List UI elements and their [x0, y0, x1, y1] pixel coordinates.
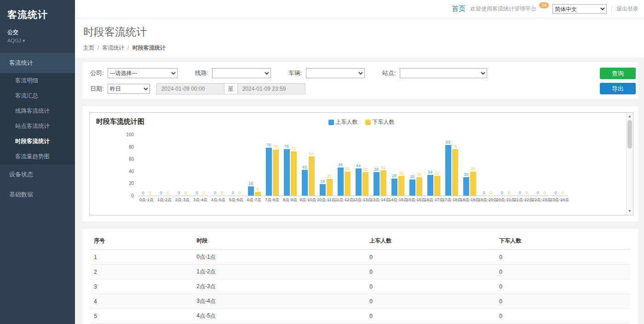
- bar-value-label: 75: [273, 145, 278, 150]
- query-button[interactable]: 查询: [600, 68, 636, 79]
- bar: [434, 176, 440, 196]
- org-code-dropdown[interactable]: AQGJ ▾: [0, 36, 75, 53]
- sidebar-item-设备状态[interactable]: 设备状态: [0, 164, 75, 185]
- language-select[interactable]: 简体中文: [552, 4, 607, 14]
- category-label: 22点-23点: [532, 197, 550, 202]
- date-end-input[interactable]: [237, 83, 305, 94]
- plot-area: 0000000000001567875767242641927463944383…: [138, 135, 568, 202]
- breadcrumb: 主页/客流统计/时段客流统计: [83, 44, 644, 52]
- bar-value-label: 34: [428, 170, 432, 175]
- bar-wrap: 30: [416, 172, 422, 196]
- bar-value-label: 0: [489, 191, 492, 196]
- breadcrumb-separator: /: [98, 45, 99, 51]
- category-label: 7点-8点: [263, 197, 281, 202]
- bar-wrap: 0: [517, 191, 523, 196]
- bar-wrap: 32: [398, 171, 404, 196]
- bar-wrap: 0: [499, 191, 505, 196]
- table-cell: 0: [366, 265, 495, 279]
- bar-wrap: 41: [380, 165, 386, 196]
- bar-wrap: 0: [212, 191, 218, 196]
- bar-wrap: 39: [345, 167, 351, 196]
- org-name: 公交: [0, 29, 75, 36]
- bar-value-label: 0: [483, 191, 485, 196]
- legend-item[interactable]: 上车人数: [328, 118, 358, 126]
- sidebar-item-基础数据[interactable]: 基础数据: [0, 185, 75, 205]
- bar-wrap: 76: [284, 144, 290, 196]
- bar-wrap: 72: [291, 146, 297, 196]
- bar: [302, 170, 308, 196]
- station-select[interactable]: [400, 68, 487, 78]
- line-filter: 线路:: [195, 68, 271, 78]
- bar-wrap: 0: [147, 191, 153, 196]
- sidebar-subitem-站点客流统计[interactable]: 站点客流统计: [0, 119, 75, 134]
- sidebar-item-客流统计[interactable]: 客流统计: [0, 53, 75, 73]
- company-select[interactable]: ---请选择---: [108, 68, 178, 78]
- legend-label: 上车人数: [336, 118, 358, 126]
- table-cell: 1: [90, 250, 193, 265]
- sidebar-subitem-时段客流统计[interactable]: 时段客流统计: [0, 134, 75, 149]
- filter-panel: 公司: ---请选择--- 线路: 车辆: 站点:: [83, 62, 638, 99]
- bar: [309, 156, 315, 196]
- table-cell: 2点-3点: [193, 279, 366, 294]
- bar-wrap: 19: [320, 179, 326, 196]
- filter-row-1: 公司: ---请选择--- 线路: 车辆: 站点:: [90, 68, 631, 78]
- bar-value-label: 39: [471, 167, 475, 172]
- bar-wrap: 0: [535, 191, 541, 196]
- home-link[interactable]: 首页: [452, 5, 466, 13]
- bar-wrap: 42: [302, 165, 308, 196]
- legend-item[interactable]: 下车人数: [365, 118, 395, 126]
- table-cell: 0: [495, 294, 631, 309]
- bar-value-label: 0: [536, 191, 539, 196]
- bar-wrap: 0: [140, 191, 146, 196]
- chart-header: 时段车流统计图 上车人数下车人数: [90, 113, 633, 128]
- breadcrumb-item[interactable]: 客流统计: [102, 45, 124, 51]
- vehicle-label: 车辆:: [288, 69, 302, 77]
- date-preset-select[interactable]: 昨日: [108, 84, 150, 94]
- sidebar-subitem-客流量趋势图[interactable]: 客流量趋势图: [0, 149, 75, 164]
- bar-group: 2630: [407, 172, 425, 196]
- company-filter: 公司: ---请选择---: [90, 68, 178, 78]
- export-button[interactable]: 导出: [600, 83, 636, 94]
- bar-wrap: 75: [273, 145, 279, 196]
- table-header-cell: 下车人数: [495, 232, 631, 250]
- bar: [356, 168, 362, 196]
- vehicle-select[interactable]: [306, 68, 365, 78]
- data-table: 序号时段上车人数下车人数 10点-1点0021点-2点0032点-3点0043点…: [90, 232, 631, 324]
- logout-link[interactable]: 退出登录: [616, 5, 638, 13]
- bar: [409, 179, 415, 196]
- bar-wrap: 6: [255, 187, 261, 196]
- scroll-up-icon[interactable]: ▲: [627, 113, 633, 120]
- table-header-row: 序号时段上车人数下车人数: [90, 232, 631, 250]
- chart-title: 时段车流统计图: [96, 117, 144, 126]
- line-select[interactable]: [212, 68, 271, 78]
- category-label: 4点-5点: [209, 197, 227, 202]
- chart-scrollbar[interactable]: ▲ ▼: [626, 113, 633, 215]
- category-label: 17点-18点: [443, 197, 460, 202]
- category-label: 5点-6点: [227, 197, 245, 202]
- category-label: 15点-16点: [407, 197, 425, 202]
- scroll-down-icon[interactable]: ▼: [627, 208, 633, 214]
- breadcrumb-item[interactable]: 主页: [83, 45, 94, 51]
- chart-box: 时段车流统计图 上车人数下车人数 020406080100 0000000000…: [89, 112, 633, 215]
- sidebar-subitem-线路客流统计[interactable]: 线路客流统计: [0, 104, 75, 119]
- station-label: 站点:: [382, 69, 396, 77]
- app-root: 客流统计 公交 AQGJ ▾ 客流统计客流明细客流汇总线路客流统计站点客流统计时…: [0, 0, 644, 324]
- data-table-panel: 序号时段上车人数下车人数 10点-1点0021点-2点0032点-3点0043点…: [83, 229, 638, 324]
- filter-row-2: 日期: 昨日 至: [90, 83, 631, 94]
- sidebar-subitem-客流明细[interactable]: 客流明细: [0, 73, 75, 88]
- bar-value-label: 0: [160, 191, 162, 196]
- scrollbar-thumb[interactable]: [627, 120, 632, 149]
- category-label: 14点-15点: [389, 197, 407, 202]
- category-label: 9点-10点: [299, 197, 317, 202]
- bar: [380, 170, 386, 196]
- bar-wrap: 0: [542, 191, 548, 196]
- notification-badge[interactable]: 34: [539, 2, 549, 8]
- bar-wrap: 38: [374, 167, 380, 196]
- bar: [273, 150, 279, 196]
- bar-wrap: 15: [248, 181, 254, 196]
- sidebar-subitem-客流汇总[interactable]: 客流汇总: [0, 88, 75, 104]
- bar-group: 7875: [263, 143, 281, 196]
- bar-value-label: 0: [231, 191, 234, 196]
- date-start-input[interactable]: [156, 83, 224, 94]
- bar-wrap: 76: [452, 144, 458, 196]
